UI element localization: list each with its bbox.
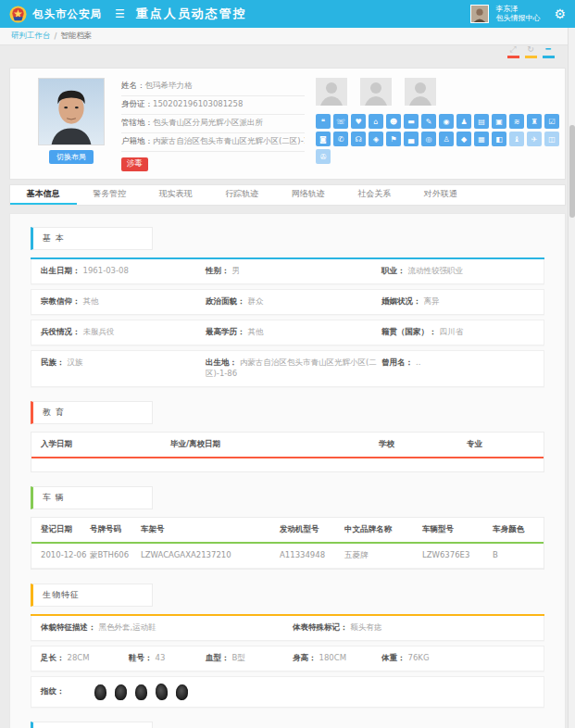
field-row: 民族：汉族 出生地：内蒙古自治区包头市青山区光辉小区(二区)-1-86 曾用名：… — [31, 350, 544, 387]
tab-police-control[interactable]: 警务管控 — [77, 185, 144, 205]
placeholder-avatar[interactable] — [316, 78, 347, 106]
collapse-button[interactable]: ━ — [542, 44, 555, 58]
switch-layout-button[interactable]: 切换布局 — [49, 150, 94, 164]
breadcrumb-current: 智能档案 — [60, 31, 92, 42]
education-icon[interactable]: ✎ — [421, 114, 436, 129]
bus-icon[interactable]: ◫ — [544, 132, 559, 146]
heart-icon[interactable]: ♥ — [351, 114, 366, 129]
field-row: 出生日期：1961-03-08 性别：男 职业：流动性较强职业 — [31, 259, 544, 284]
tag-icon[interactable]: ⚑ — [386, 132, 401, 146]
menu-icon[interactable]: ☰ — [115, 7, 125, 20]
trash-icon[interactable]: ✇ — [316, 149, 331, 164]
vehicle-table-header: 登记日期 号牌号码 车架号 发动机型号 中文品牌名称 车辆型号 车身颜色 — [31, 518, 544, 544]
drug-involved-badge: 涉毒 — [121, 157, 148, 171]
breadcrumb: 研判工作台 / 智能档案 — [0, 28, 575, 45]
field-row: 足长：28CM 鞋号：43 血型：B型 身高：180CM 体重：76KG — [31, 646, 544, 672]
disc-icon[interactable]: ◎ — [421, 132, 436, 146]
fingerprint-label: 指纹： — [41, 686, 94, 697]
placeholder-avatar[interactable] — [360, 78, 392, 106]
education-empty-body — [31, 458, 544, 471]
card-controls: ⤢ ↻ ━ — [506, 44, 555, 58]
identity-fields: 姓名：包玛希毕力格 身份证：150202196103081258 管辖地：包头青… — [121, 78, 305, 171]
phone-volume-icon[interactable]: ☏ — [333, 114, 348, 129]
section-vehicle-title: 车 辆 — [31, 486, 153, 509]
tab-basic-info[interactable]: 基本信息 — [10, 185, 77, 205]
basic-info-content: 基 本 出生日期：1961-03-08 性别：男 职业：流动性较强职业 宗教信仰… — [9, 213, 566, 728]
user-dept: 包头情报中心 — [495, 14, 540, 23]
settings-gear-icon[interactable]: ⚙ — [554, 6, 566, 21]
org-name: 包头市公安局 — [32, 7, 102, 21]
police-car-icon[interactable]: ◆ — [456, 132, 471, 146]
task-check-icon[interactable]: ☑ — [544, 114, 559, 129]
taxi-icon[interactable]: ◈ — [369, 132, 383, 146]
tab-movement-track[interactable]: 行踪轨迹 — [209, 185, 276, 205]
refresh-icon: ↻ — [527, 44, 534, 54]
field-household: 户籍地：内蒙古自治区包头市青山区光辉小区(二区)-1-86 — [121, 133, 305, 152]
vehicle-table-row: 2010-12-06 蒙BTH606 LZWACAGAXA2137210 A11… — [31, 544, 544, 569]
home-icon[interactable]: ⌂ — [369, 114, 383, 129]
breadcrumb-separator: / — [55, 31, 57, 41]
scrollbar-thumb[interactable] — [569, 125, 575, 218]
image-icon[interactable]: ▣ — [492, 114, 506, 129]
tab-social-relations[interactable]: 社会关系 — [342, 185, 408, 205]
fingerprint-images — [94, 684, 534, 700]
icon-row-3: ✇ — [316, 149, 559, 164]
placeholder-avatar[interactable] — [405, 78, 436, 106]
education-table: 入学日期 毕业/离校日期 学校 专业 — [31, 432, 544, 472]
bank-icon[interactable]: ♜ — [527, 114, 542, 129]
field-jurisdiction: 管辖地：包头青山区分局光辉小区派出所 — [121, 115, 305, 133]
fingerprint-row: 指纹： — [31, 676, 544, 708]
section-biometrics: 生物特征 体貌特征描述：黑色外套,运动鞋 体表特殊标记：额头有痣 足长：28CM… — [10, 584, 565, 708]
refresh-button[interactable]: ↻ — [524, 44, 537, 58]
icon-row-2: ◙✆☊◈⚑▄◎♙◆▦◧♝✈◫ — [316, 132, 559, 146]
truck-icon[interactable]: ◧ — [492, 132, 506, 146]
fingerprint-image[interactable] — [175, 684, 188, 700]
person-icon[interactable]: ♟ — [456, 114, 471, 129]
section-education: 教 育 入学日期 毕业/离校日期 学校 专业 — [10, 401, 565, 472]
document-icon[interactable]: ▤ — [474, 114, 489, 129]
related-panel: ❝☏♥⌂☻▬✎◉♟▤▣≋♜☑ ◙✆☊◈⚑▄◎♙◆▦◧♝✈◫ ✇ — [316, 78, 559, 171]
fingerprint-image[interactable] — [155, 683, 169, 700]
user-info[interactable]: 李东泽 包头情报中心 — [495, 5, 540, 23]
breadcrumb-parent[interactable]: 研判工作台 — [11, 31, 51, 42]
hotel-icon[interactable]: ▬ — [404, 114, 419, 129]
vehicle-table: 登记日期 号牌号码 车架号 发动机型号 中文品牌名称 车辆型号 车身颜色 201… — [31, 517, 544, 570]
police-badge-logo — [9, 6, 27, 23]
section-education-title: 教 育 — [31, 401, 153, 424]
fingerprint-image[interactable] — [114, 684, 128, 700]
comment-icon[interactable]: ❝ — [316, 114, 331, 129]
collapse-icon: ━ — [545, 44, 550, 54]
section-vehicle: 车 辆 登记日期 号牌号码 车架号 发动机型号 中文品牌名称 车辆型号 车身颜色… — [10, 486, 565, 570]
wifi-icon[interactable]: ≋ — [509, 114, 524, 129]
vertical-scrollbar — [568, 28, 575, 728]
fingerprint-image[interactable] — [94, 684, 106, 700]
user-alert-icon[interactable]: ♙ — [439, 132, 454, 146]
icon-row-1: ❝☏♥⌂☻▬✎◉♟▤▣≋♜☑ — [316, 114, 559, 129]
field-row: 兵役情况：未服兵役 最高学历：其他 籍贯（国家）：四川省 — [31, 320, 544, 345]
plane-icon[interactable]: ✈ — [527, 132, 542, 146]
rss-icon[interactable]: ☊ — [351, 132, 366, 146]
phone-call-icon[interactable]: ✆ — [333, 132, 348, 146]
camera-icon[interactable]: ◙ — [316, 132, 331, 146]
field-row: 宗教信仰：其他 政治面貌：群众 婚姻状况：离异 — [31, 289, 544, 315]
tab-real-performance[interactable]: 现实表现 — [143, 185, 209, 205]
id-card-icon[interactable]: ▦ — [474, 132, 489, 146]
user-avatar[interactable] — [470, 5, 489, 23]
tab-external-contact[interactable]: 对外联通 — [407, 185, 474, 205]
bio-field-rows: 体貌特征描述：黑色外套,运动鞋 体表特殊标记：额头有痣 足长：28CM 鞋号：4… — [31, 614, 544, 708]
section-basic: 基 本 出生日期：1961-03-08 性别：男 职业：流动性较强职业 宗教信仰… — [10, 227, 565, 387]
red-indicator-bar — [507, 56, 519, 58]
related-photo-slots — [316, 78, 559, 106]
basic-field-rows: 出生日期：1961-03-08 性别：男 职业：流动性较强职业 宗教信仰：其他 … — [31, 257, 544, 387]
tab-network-track[interactable]: 网络轨迹 — [275, 185, 342, 205]
bed-icon[interactable]: ▄ — [404, 132, 419, 146]
person-photo[interactable] — [38, 78, 105, 145]
expand-button[interactable]: ⤢ — [506, 44, 519, 58]
field-name: 姓名：包玛希毕力格 — [121, 78, 305, 96]
fingerprint-image[interactable] — [135, 684, 147, 700]
field-id-number: 身份证：150202196103081258 — [121, 96, 305, 115]
car-icon[interactable]: ◉ — [439, 114, 454, 129]
walking-icon[interactable]: ♝ — [509, 132, 524, 146]
users-icon[interactable]: ☻ — [386, 114, 401, 129]
top-navbar: 包头市公安局 ☰ 重点人员动态管控 李东泽 包头情报中心 ⚙ — [0, 0, 575, 28]
